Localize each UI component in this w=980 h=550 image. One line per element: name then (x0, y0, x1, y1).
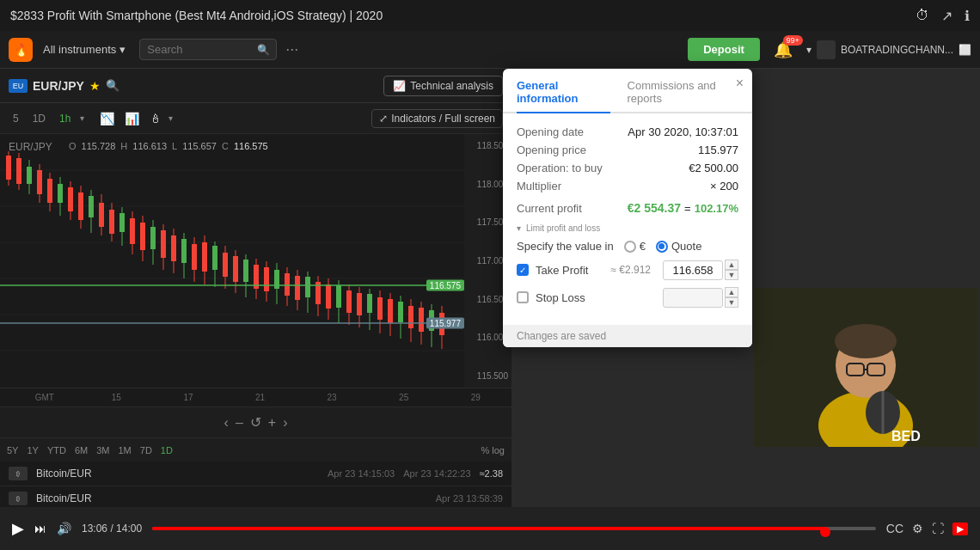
symbol-search-icon[interactable]: 🔍 (106, 79, 119, 92)
chart-next-icon[interactable]: › (283, 415, 287, 431)
account-selector[interactable]: ▾ BOATRADINGCHANN... ⬜ (806, 40, 971, 59)
item-date: Apr 23 14:15:03 (328, 468, 395, 479)
title-text: $2833 Profit With Smartphone (Best Mt4 A… (10, 9, 383, 22)
tf-ytd[interactable]: YTD (47, 445, 66, 455)
nav-search-wrap: 🔍 (139, 39, 277, 60)
volume-button[interactable]: 🔊 (57, 522, 71, 535)
opening-date-row: Opening date Apr 30 2020, 10:37:01 (517, 125, 738, 138)
tf-5y[interactable]: 5Y (7, 445, 18, 455)
chart-prev-icon[interactable]: ‹ (224, 415, 229, 431)
chart-reset-icon[interactable]: ↺ (250, 414, 261, 431)
tf-1y[interactable]: 1Y (27, 445, 38, 455)
stop-loss-decrement[interactable]: ▼ (725, 297, 738, 308)
technical-analysis-button[interactable]: 📈 Technical analysis (383, 76, 503, 96)
favorite-star-icon[interactable]: ★ (89, 79, 101, 93)
list-item[interactable]: ₿ Bitcoin/EUR Apr 23 14:15:03 Apr 23 14:… (0, 461, 511, 486)
chart-zoom-out-icon[interactable]: – (236, 415, 243, 431)
svg-rect-85 (408, 306, 413, 328)
svg-rect-51 (233, 256, 238, 282)
opening-price-value: 115.977 (698, 144, 738, 156)
stop-loss-row: Stop Loss ▲ ▼ (517, 287, 738, 308)
take-profit-checkbox[interactable]: ✓ (517, 264, 529, 276)
close-button[interactable]: × (736, 76, 744, 91)
take-profit-decrement[interactable]: ▼ (725, 270, 738, 280)
video-thumbnail[interactable]: BED (754, 288, 977, 447)
tf-7d[interactable]: 7D (140, 445, 152, 455)
tf-1d-button[interactable]: 1D (28, 111, 50, 126)
svg-rect-63 (295, 276, 300, 300)
svg-rect-9 (16, 158, 21, 184)
clock-icon[interactable]: ⏱ (916, 8, 929, 23)
stop-loss-increment[interactable]: ▲ (725, 287, 738, 297)
svg-rect-19 (68, 187, 73, 211)
tf-1d[interactable]: 1D (161, 445, 173, 455)
equals-sign: = (684, 202, 691, 215)
svg-rect-27 (109, 210, 114, 234)
x-label-25: 25 (368, 393, 440, 402)
indicators-button[interactable]: ⤢ Indicators / Full screen (371, 109, 503, 128)
radio-euro-label[interactable]: € (624, 240, 646, 253)
svg-rect-87 (419, 308, 424, 332)
log-toggle[interactable]: % log (481, 445, 505, 455)
multiplier-label: Multiplier (517, 180, 561, 192)
search-input[interactable] (139, 39, 277, 60)
stop-loss-checkbox[interactable] (517, 291, 529, 303)
chart-area[interactable]: EUR/JPY O115.728 H116.613 L115.657 C116.… (0, 134, 511, 388)
take-profit-increment[interactable]: ▲ (725, 260, 738, 270)
limit-section-toggle[interactable]: ▾ Limit profit and loss (517, 223, 738, 233)
info-icon[interactable]: ℹ (965, 8, 970, 24)
svg-rect-13 (37, 170, 42, 194)
candle-chart-icon[interactable]: 🕯 (146, 110, 165, 127)
nav-instruments[interactable]: All instruments ▾ (43, 43, 126, 56)
chevron-down-icon: ▾ (119, 43, 126, 56)
radio-quote-label[interactable]: Quote (656, 240, 701, 253)
tf-1h-button[interactable]: 1h (55, 111, 75, 126)
chart-zoom-in-icon[interactable]: + (268, 415, 276, 431)
settings-icon[interactable]: ⚙ (912, 522, 923, 535)
chart-type-dropdown-icon[interactable]: ▾ (168, 113, 173, 123)
progress-bar[interactable] (152, 527, 876, 530)
chart-panel: EU EUR/JPY ★ 🔍 📈 Technical analysis 5 1D… (0, 69, 511, 507)
tf-dropdown-icon[interactable]: ▾ (80, 113, 84, 123)
item-name: Bitcoin/EUR (36, 492, 427, 504)
more-options-icon[interactable]: ··· (285, 40, 298, 58)
svg-rect-33 (140, 223, 145, 250)
tab-general[interactable]: General information (517, 79, 610, 113)
stop-loss-input[interactable] (663, 288, 723, 308)
svg-rect-23 (89, 196, 94, 217)
tf-5-button[interactable]: 5 (9, 111, 23, 126)
svg-rect-69 (326, 284, 331, 309)
radio-quote-circle[interactable] (656, 241, 668, 253)
changes-saved-bar: Changes are saved (503, 325, 752, 347)
expand-icon: ⬜ (959, 44, 971, 56)
take-profit-input[interactable] (663, 260, 723, 280)
tf-3m[interactable]: 3M (96, 445, 109, 455)
item-date2: Apr 23 14:22:23 (403, 468, 470, 479)
tf-1m[interactable]: 1M (119, 445, 132, 455)
subtitles-icon[interactable]: CC (886, 522, 903, 535)
x-label-15: 15 (81, 393, 153, 402)
svg-rect-29 (119, 213, 125, 232)
bitcoin-icon: ₿ (9, 467, 28, 480)
tab-commissions[interactable]: Commissions and reports (628, 79, 738, 113)
video-thumb-inner: BED (754, 288, 977, 447)
gray-price-tag: 115.977 (426, 318, 464, 329)
opening-price-row: Opening price 115.977 (517, 144, 738, 156)
tf-6m[interactable]: 6M (75, 445, 88, 455)
deposit-button[interactable]: Deposit (688, 38, 760, 61)
svg-rect-75 (357, 293, 362, 315)
symbol-flag: EU (9, 79, 28, 93)
play-button[interactable]: ▶ (12, 519, 24, 538)
line-chart-icon[interactable]: 📉 (96, 110, 118, 127)
chart-line-icon: 📈 (393, 80, 406, 92)
svg-rect-7 (6, 156, 11, 180)
skip-forward-button[interactable]: ⏭ (34, 522, 46, 535)
item-date: Apr 23 13:58:39 (436, 493, 503, 504)
radio-euro-circle[interactable] (624, 241, 636, 253)
bar-chart-icon[interactable]: 📊 (121, 110, 143, 127)
share-icon[interactable]: ↗ (941, 8, 952, 24)
right-area: × General information Commissions and re… (511, 69, 980, 507)
fullscreen-icon[interactable]: ⛶ (932, 522, 944, 535)
symbol-display: EU EUR/JPY ★ 🔍 (9, 79, 119, 93)
nav-logo[interactable]: 🔥 (9, 38, 33, 62)
